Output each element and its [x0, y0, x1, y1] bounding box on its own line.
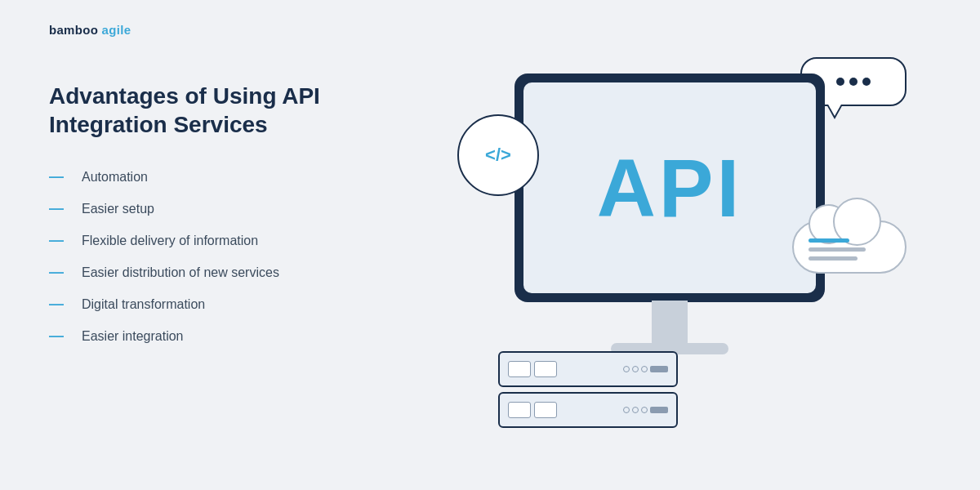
server-indicators	[623, 366, 668, 372]
server-slot	[534, 402, 557, 418]
server-indicator	[632, 407, 639, 413]
list-item: — Automation	[49, 168, 441, 185]
list-item-text: Easier setup	[82, 202, 154, 216]
logo: bamboo agile	[49, 23, 131, 37]
server-box	[498, 351, 678, 387]
server-indicators	[623, 407, 668, 413]
list-item: — Digital transformation	[49, 296, 441, 313]
monitor-screen: API	[523, 82, 816, 293]
server-indicator	[641, 407, 648, 413]
page-title: Advantages of Using API Integration Serv…	[49, 82, 441, 139]
list-dash-icon: —	[49, 232, 67, 249]
advantages-list: — Automation — Easier setup — Flexible d…	[49, 168, 441, 345]
server-slots	[508, 402, 557, 418]
logo-agile: agile	[102, 23, 131, 37]
list-dash-icon: —	[49, 200, 67, 217]
cloud-lines	[808, 238, 866, 261]
servers	[498, 351, 678, 428]
server-indicator	[623, 407, 630, 413]
list-dash-icon: —	[49, 264, 67, 281]
list-dash-icon: —	[49, 168, 67, 185]
list-item: — Easier setup	[49, 200, 441, 217]
cloud-line	[808, 256, 858, 261]
cloud-line	[808, 247, 866, 252]
bubble-dot	[862, 78, 871, 86]
server-indicator	[623, 366, 630, 372]
list-item-text: Digital transformation	[82, 297, 205, 312]
list-item-text: Easier integration	[82, 329, 184, 344]
server-rect	[650, 366, 668, 372]
code-circle: </>	[457, 114, 539, 196]
bubble-dot	[836, 78, 844, 86]
list-item-text: Easier distribution of new services	[82, 265, 279, 280]
list-dash-icon: —	[49, 327, 67, 345]
list-item: — Easier integration	[49, 327, 441, 345]
server-rect	[650, 407, 668, 413]
server-indicator	[632, 366, 639, 372]
server-box	[498, 392, 678, 428]
logo-bamboo: bamboo	[49, 23, 98, 37]
code-symbol: </>	[485, 145, 511, 166]
cloud-shape	[792, 220, 906, 274]
list-dash-icon: —	[49, 296, 67, 313]
list-item-text: Flexible delivery of information	[82, 234, 258, 248]
server-indicator	[641, 366, 648, 372]
cloud-line	[808, 238, 849, 243]
server-slot	[508, 361, 531, 377]
illustration: API </>	[433, 49, 939, 457]
server-slots	[508, 361, 557, 377]
server-slot	[534, 361, 557, 377]
server-slot	[508, 402, 531, 418]
monitor: API	[514, 74, 825, 302]
content-area: Advantages of Using API Integration Serv…	[49, 82, 441, 345]
api-label: API	[597, 147, 743, 229]
cloud-container	[792, 220, 923, 294]
list-item: — Flexible delivery of information	[49, 232, 441, 249]
monitor-stand-neck	[652, 301, 688, 345]
bubble-dot	[849, 78, 858, 86]
list-item: — Easier distribution of new services	[49, 264, 441, 281]
list-item-text: Automation	[82, 170, 148, 185]
